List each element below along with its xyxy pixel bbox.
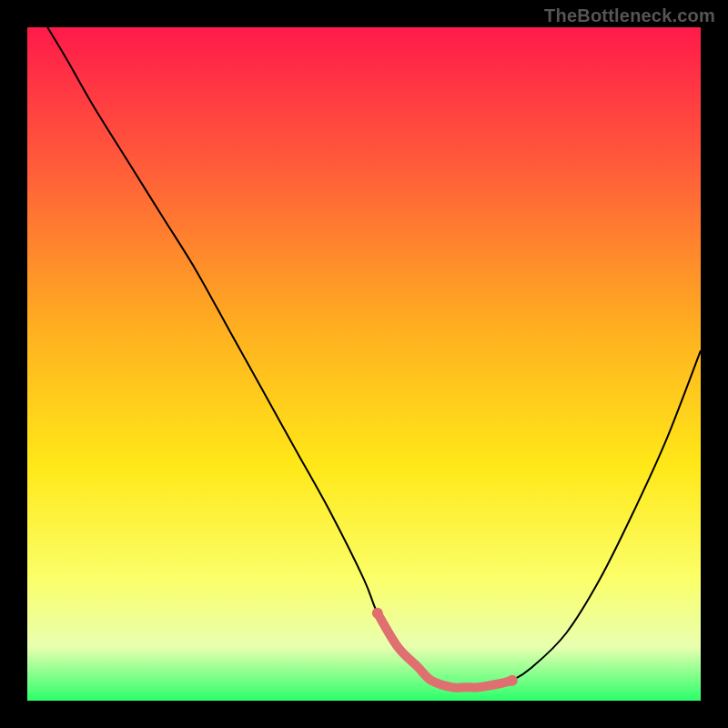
chart-svg (0, 0, 728, 728)
watermark-text: TheBottleneck.com (544, 5, 715, 26)
marker-dot (372, 608, 383, 619)
plot-area (27, 27, 701, 701)
marker-dot (507, 675, 518, 686)
chart-frame: TheBottleneck.com (0, 0, 728, 728)
